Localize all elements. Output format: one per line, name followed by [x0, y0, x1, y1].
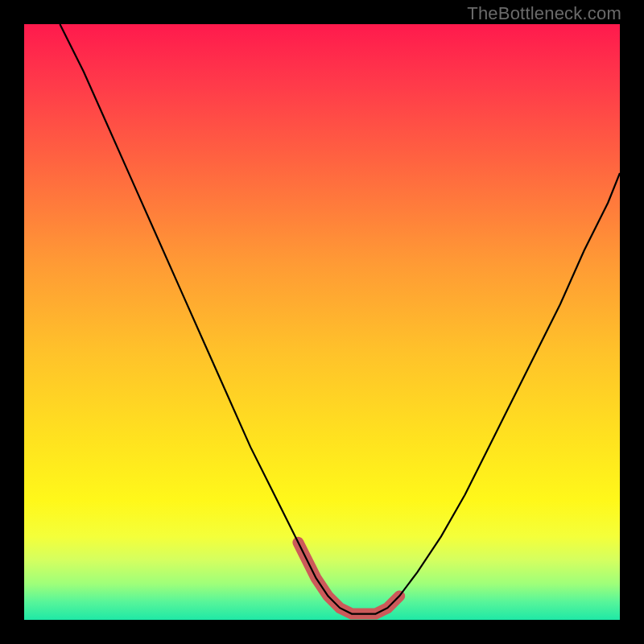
attribution-label: TheBottleneck.com [467, 3, 621, 24]
chart-frame: TheBottleneck.com [0, 0, 644, 644]
chart-plot-area [24, 24, 620, 620]
bottleneck-curve-svg [24, 24, 620, 620]
bottleneck-curve-line [60, 24, 620, 614]
optimal-range-highlight [298, 543, 399, 614]
